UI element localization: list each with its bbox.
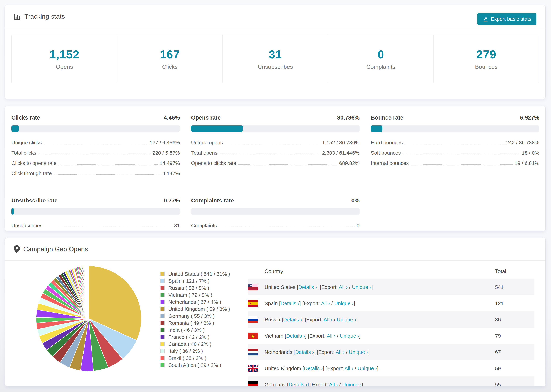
details-link[interactable]: Details › xyxy=(281,301,299,306)
vn-flag-icon xyxy=(248,333,258,339)
total-cell: 79 xyxy=(495,333,534,339)
legend-label: Netherlands ( 67 / 4% ) xyxy=(168,299,221,305)
dotted-leader xyxy=(38,154,150,154)
stats-summary-row: 1,152Opens167Clicks31Unsubscribes0Compla… xyxy=(11,35,539,83)
us-flag-icon xyxy=(248,284,258,290)
export-unique-link[interactable]: Unique › xyxy=(352,284,371,290)
stat-label: Unsubscribes xyxy=(258,63,293,70)
details-link[interactable]: Details › xyxy=(304,365,323,371)
detail-value: 689.82% xyxy=(339,160,360,166)
geo-legend: United States ( 541 / 31% )Spain ( 121 /… xyxy=(160,270,230,386)
progress-bar xyxy=(371,125,539,132)
details-link[interactable]: Details › xyxy=(286,333,305,339)
rate-block-opens-rate: Opens rate30.736%Unique opens1,152 / 30.… xyxy=(191,114,360,176)
progress-bar xyxy=(11,208,180,215)
progress-bar-fill xyxy=(191,125,243,132)
details-link[interactable]: Details › xyxy=(283,317,302,322)
rate-detail-row: Complaints0 xyxy=(191,223,360,229)
detail-value: 14.497% xyxy=(160,160,180,166)
legend-swatch xyxy=(160,363,165,367)
details-link[interactable]: Details › xyxy=(289,382,307,386)
map-pin-icon xyxy=(14,245,20,253)
legend-item: Germany ( 55 / 3% ) xyxy=(160,313,230,320)
details-link[interactable]: Details › xyxy=(295,349,314,355)
rate-detail-row: Unique clicks167 / 4.456% xyxy=(11,140,180,146)
detail-value: 18 / 0% xyxy=(522,150,539,156)
rate-title: Bounce rate xyxy=(371,114,403,121)
legend-label: Russia ( 86 / 5% ) xyxy=(168,285,209,291)
pie-slice[interactable] xyxy=(89,266,89,319)
legend-item: Brazil ( 33 / 2% ) xyxy=(160,355,230,362)
tracking-stats-card: Tracking stats Export basic stats 1,152O… xyxy=(5,5,545,99)
geo-table-row: Russia [Details ›] [Export: All › / Uniq… xyxy=(248,311,534,328)
legend-item: Vietnam ( 79 / 5% ) xyxy=(160,291,230,298)
legend-item: Spain ( 121 / 7% ) xyxy=(160,277,230,284)
details-link[interactable]: Details › xyxy=(298,284,317,290)
export-all-link[interactable]: All › xyxy=(327,333,336,339)
export-unique-link[interactable]: Unique › xyxy=(337,317,356,322)
country-cell-text: Vietnam [Details ›] [Export: All › / Uni… xyxy=(265,333,360,339)
legend-item: Russia ( 86 / 5% ) xyxy=(160,284,230,291)
rate-value: 30.736% xyxy=(337,114,360,121)
dotted-leader xyxy=(405,144,504,144)
export-all-link[interactable]: All › xyxy=(321,301,330,306)
country-cell-text: Germany [Details ›] [Export: All › / Uni… xyxy=(265,382,363,386)
dotted-leader xyxy=(54,175,160,175)
rate-detail-row: Unsubscribes31 xyxy=(11,223,180,229)
legend-label: South Africa ( 29 / 2% ) xyxy=(168,362,221,368)
rate-detail-row: Soft bounces18 / 0% xyxy=(371,150,539,156)
export-all-link[interactable]: All › xyxy=(324,317,332,322)
geo-table-row: United States [Details ›] [Export: All ›… xyxy=(248,279,534,295)
rate-value: 4.46% xyxy=(164,114,180,121)
export-all-link[interactable]: All › xyxy=(345,365,353,371)
legend-swatch xyxy=(160,342,165,346)
detail-label: Internal bounces xyxy=(371,160,409,166)
detail-value: 220 / 5.87% xyxy=(152,150,180,156)
export-all-link[interactable]: All › xyxy=(329,382,338,386)
legend-label: Spain ( 121 / 7% ) xyxy=(168,278,209,284)
rate-detail-row: Total clicks220 / 5.87% xyxy=(11,150,180,156)
country-name: Germany xyxy=(265,382,287,386)
export-unique-link[interactable]: Unique › xyxy=(358,365,377,371)
export-unique-link[interactable]: Unique › xyxy=(349,349,368,355)
detail-value: 0 xyxy=(357,223,360,229)
rate-detail-row: Clicks to opens rate14.497% xyxy=(11,160,180,166)
campaign-geo-opens-card: Campaign Geo Opens United States ( 541 /… xyxy=(5,238,545,386)
country-column-header: Country xyxy=(248,268,495,274)
progress-bar xyxy=(11,125,180,132)
rate-block-clicks-rate: Clicks rate4.46%Unique clicks167 / 4.456… xyxy=(11,114,180,176)
export-unique-link[interactable]: Unique › xyxy=(334,301,353,306)
stat-value: 1,152 xyxy=(49,48,79,61)
geo-table-row: Vietnam [Details ›] [Export: All › / Uni… xyxy=(248,328,534,344)
rate-block-complaints-rate: Complaints rate0%Complaints0 xyxy=(191,197,360,229)
rate-title: Clicks rate xyxy=(11,114,40,121)
dotted-leader xyxy=(219,227,354,227)
rate-detail-row: Opens to clicks rate689.82% xyxy=(191,160,360,166)
detail-value: 167 / 4.456% xyxy=(149,140,180,146)
geo-pie-chart xyxy=(34,264,144,386)
detail-value: 242 / 86.738% xyxy=(506,140,539,146)
progress-bar xyxy=(191,125,360,132)
dotted-leader xyxy=(411,164,513,165)
legend-swatch xyxy=(160,286,165,290)
detail-value: 2,303 / 61.446% xyxy=(322,150,360,156)
gb-flag-icon xyxy=(248,365,258,372)
export-unique-link[interactable]: Unique › xyxy=(340,333,359,339)
country-name: Spain xyxy=(265,301,279,306)
legend-swatch xyxy=(160,356,165,360)
rates-grid: Clicks rate4.46%Unique clicks167 / 4.456… xyxy=(11,114,539,229)
export-all-link[interactable]: All › xyxy=(339,284,348,290)
dotted-leader xyxy=(238,164,337,165)
country-cell-text: United States [Details ›] [Export: All ›… xyxy=(265,284,373,290)
rate-detail-row: Total opens2,303 / 61.446% xyxy=(191,150,360,156)
export-unique-link[interactable]: Unique › xyxy=(342,382,361,386)
export-all-link[interactable]: All › xyxy=(336,349,345,355)
detail-label: Click through rate xyxy=(11,170,52,176)
legend-item: Italy ( 36 / 2% ) xyxy=(160,348,230,355)
legend-swatch xyxy=(160,272,165,276)
rates-card: Clicks rate4.46%Unique clicks167 / 4.456… xyxy=(5,106,545,231)
export-basic-stats-button[interactable]: Export basic stats xyxy=(477,13,537,25)
geo-table: Country Total United States [Details ›] … xyxy=(248,264,534,386)
stat-value: 0 xyxy=(377,48,384,61)
detail-label: Unique opens xyxy=(191,140,223,146)
